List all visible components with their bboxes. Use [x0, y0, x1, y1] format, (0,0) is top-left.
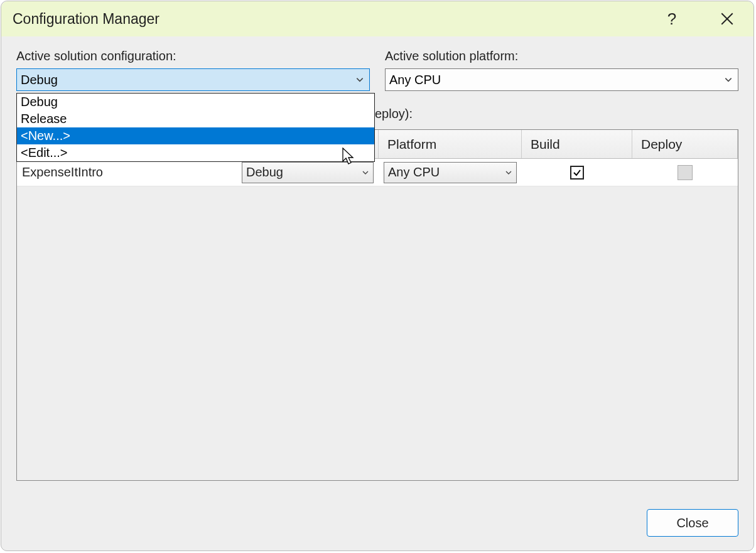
help-button[interactable]: ? — [657, 4, 687, 34]
project-grid: Project Configuration Platform Build Dep… — [16, 129, 738, 481]
dropdown-option-release[interactable]: Release — [17, 110, 374, 127]
header-deploy: Deploy — [632, 130, 738, 158]
chevron-down-icon — [355, 75, 364, 84]
active-config-label: Active solution configuration: — [16, 49, 370, 63]
context-hint-partial: eploy): — [375, 107, 413, 121]
table-row: ExpenseItIntro Debug Any CPU — [17, 159, 738, 186]
cell-project: ExpenseItIntro — [17, 159, 237, 186]
dropdown-option-new[interactable]: <New...> — [17, 127, 374, 144]
active-config-value: Debug — [21, 73, 355, 87]
dropdown-option-debug[interactable]: Debug — [17, 94, 374, 110]
cell-platform: Any CPU — [379, 159, 522, 186]
titlebar: Configuration Manager ? — [1, 1, 753, 36]
configuration-manager-dialog: Configuration Manager ? Active solution … — [1, 1, 754, 551]
build-checkbox[interactable] — [570, 166, 584, 180]
chevron-down-icon — [505, 169, 512, 176]
row-config-value: Debug — [246, 165, 283, 180]
row-config-combo[interactable]: Debug — [242, 162, 374, 183]
active-platform-combo[interactable]: Any CPU — [385, 68, 738, 91]
active-config-dropdown[interactable]: Debug Release <New...> <Edit...> — [16, 93, 375, 162]
dialog-title: Configuration Manager — [13, 11, 657, 28]
deploy-checkbox — [678, 165, 693, 180]
chevron-down-icon — [362, 169, 369, 176]
header-platform: Platform — [379, 130, 522, 158]
active-platform-value: Any CPU — [389, 73, 724, 87]
cell-configuration: Debug — [237, 159, 379, 186]
window-close-button[interactable] — [712, 4, 742, 34]
close-button[interactable]: Close — [647, 509, 738, 537]
cell-build — [522, 159, 632, 186]
checkmark-icon — [572, 168, 582, 178]
row-platform-value: Any CPU — [388, 165, 440, 180]
row-platform-combo[interactable]: Any CPU — [384, 162, 517, 183]
dropdown-option-edit[interactable]: <Edit...> — [17, 144, 374, 161]
cell-deploy — [632, 159, 738, 186]
active-platform-label: Active solution platform: — [385, 49, 738, 63]
close-icon — [721, 13, 733, 25]
header-build: Build — [522, 130, 632, 158]
chevron-down-icon — [724, 75, 733, 84]
active-config-combo[interactable]: Debug — [16, 68, 370, 91]
